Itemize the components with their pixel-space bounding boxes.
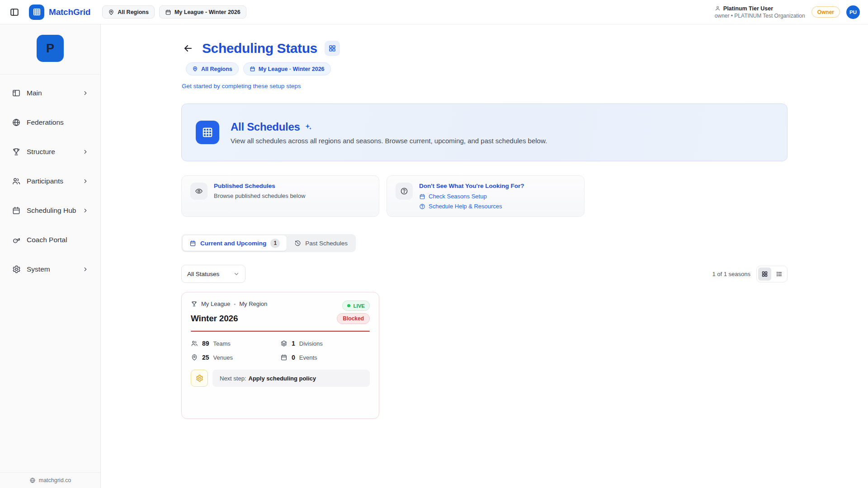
sidebar-item-participants[interactable]: Participants	[7, 172, 93, 191]
banner-title: All Schedules	[231, 121, 300, 133]
calendar-icon	[165, 9, 171, 15]
sidebar-item-structure[interactable]: Structure	[7, 142, 93, 161]
season-chip[interactable]: My League - Winter 2026	[159, 5, 246, 19]
page-context-chips: All Regions My League · Winter 2026	[186, 62, 788, 75]
chevron-right-icon	[82, 178, 89, 184]
stat-value: 25	[202, 354, 209, 361]
calendar-icon	[189, 240, 196, 247]
sidebar-item-federations[interactable]: Federations	[7, 113, 93, 132]
sidebar-item-label: System	[27, 265, 50, 273]
season-chip-label: My League - Winter 2026	[175, 9, 241, 15]
status-filter-value: All Statuses	[187, 271, 219, 277]
help-circle-icon	[396, 183, 413, 200]
published-schedules-link[interactable]: Published Schedules	[214, 183, 305, 189]
grid-view-button[interactable]	[758, 267, 771, 281]
globe-icon	[12, 118, 21, 127]
user-icon	[715, 5, 721, 11]
grid-2x2-icon	[328, 44, 336, 52]
next-step-action[interactable]: Next step: Apply scheduling policy	[212, 370, 370, 387]
calendar-icon	[419, 193, 425, 200]
sidebar-item-scheduling-hub[interactable]: Scheduling Hub	[7, 201, 93, 220]
tab-past-schedules[interactable]: Past Schedules	[288, 235, 354, 251]
page-season-chip[interactable]: My League · Winter 2026	[243, 62, 331, 75]
arrow-left-icon	[183, 43, 193, 54]
region-chip-label: All Regions	[118, 9, 149, 15]
sidebar-item-system[interactable]: System	[7, 260, 93, 279]
trophy-icon	[191, 300, 198, 307]
tab-count-badge: 1	[270, 239, 280, 248]
region-chip[interactable]: All Regions	[102, 5, 155, 19]
sidebar-item-label: Scheduling Hub	[27, 206, 76, 215]
sidebar: P Main Federations	[0, 24, 101, 488]
setup-steps-link[interactable]: Get started by completing these setup st…	[182, 83, 301, 89]
sidebar-item-label: Federations	[27, 118, 64, 127]
users-icon	[191, 340, 198, 347]
status-filter-select[interactable]: All Statuses	[181, 265, 245, 283]
layers-icon	[280, 340, 288, 347]
next-step-prefix: Next step:	[220, 375, 246, 382]
grid-view-title-button[interactable]	[325, 41, 340, 56]
sidebar-item-label: Coach Portal	[27, 236, 67, 244]
schedule-help-link[interactable]: Schedule Help & Resources	[419, 203, 524, 210]
tab-current-and-upcoming[interactable]: Current and Upcoming 1	[183, 235, 287, 251]
user-name: Platinum Tier User	[723, 5, 773, 12]
sidebar-toggle-button[interactable]	[7, 5, 22, 19]
globe-icon	[29, 477, 36, 483]
back-button[interactable]	[181, 42, 195, 55]
season-card-winter-2026[interactable]: My League • My Region LIVE Winter 2026 B…	[181, 292, 379, 419]
main-content: Scheduling Status All Regions	[101, 24, 868, 488]
list-icon	[776, 271, 783, 277]
next-step-action-label: Apply scheduling policy	[249, 375, 316, 382]
sidebar-item-coach-portal[interactable]: Coach Portal	[7, 230, 93, 249]
list-view-button[interactable]	[773, 267, 786, 281]
check-seasons-setup-label: Check Seasons Setup	[429, 193, 487, 200]
season-title: Winter 2026	[191, 314, 238, 324]
matchgrid-grid-icon	[29, 5, 44, 20]
users-icon	[12, 177, 21, 186]
result-count: 1 of 1 seasons	[712, 271, 750, 277]
panel-icon	[12, 89, 21, 98]
avatar[interactable]: PU	[846, 5, 860, 19]
location-pin-icon	[192, 66, 198, 72]
stat-value: 0	[292, 354, 295, 361]
schedule-help-label: Schedule Help & Resources	[429, 203, 502, 210]
published-schedules-card[interactable]: Published Schedules Browse published sch…	[181, 175, 379, 217]
help-card: Don't See What You're Looking For? Check…	[387, 175, 585, 217]
check-seasons-setup-link[interactable]: Check Seasons Setup	[419, 193, 524, 200]
live-badge-label: LIVE	[353, 303, 365, 309]
sidebar-footer-link[interactable]: matchgrid.co	[0, 472, 100, 488]
help-circle-icon	[419, 203, 425, 210]
brand-name: MatchGrid	[49, 7, 90, 17]
panel-toggle-icon	[9, 7, 19, 17]
sidebar-item-label: Participants	[27, 177, 63, 185]
stat-teams: 89 Teams	[191, 340, 280, 347]
org-logo[interactable]: P	[37, 35, 64, 62]
eye-icon	[190, 183, 208, 200]
top-bar: MatchGrid All Regions My League - Winter…	[0, 0, 868, 24]
page-title: Scheduling Status	[202, 41, 317, 56]
season-status-divider	[191, 331, 370, 332]
owner-badge: Owner	[811, 6, 840, 18]
user-menu[interactable]: Platinum Tier User owner • PLATINUM Test…	[715, 5, 805, 19]
stat-value: 1	[292, 340, 295, 347]
stat-label: Divisions	[299, 340, 323, 347]
season-stats: 89 Teams 1 Divisions 25	[191, 340, 370, 361]
chevron-right-icon	[82, 207, 89, 214]
calendar-icon	[280, 354, 288, 361]
chevron-right-icon	[82, 149, 89, 155]
published-schedules-desc: Browse published schedules below	[214, 192, 305, 199]
page-region-chip[interactable]: All Regions	[186, 62, 239, 75]
page-season-chip-label: My League · Winter 2026	[259, 66, 325, 72]
sidebar-item-main[interactable]: Main	[7, 84, 93, 103]
live-badge: LIVE	[342, 300, 370, 311]
calendar-icon	[12, 206, 21, 215]
brand-logo[interactable]: MatchGrid	[29, 5, 90, 20]
season-region: My Region	[239, 300, 267, 307]
stat-venues: 25 Venues	[191, 354, 280, 361]
gear-icon	[12, 265, 21, 274]
stat-label: Events	[299, 354, 317, 361]
season-league: My League	[201, 300, 230, 307]
banner-description: View all schedules across all regions an…	[231, 137, 547, 145]
gear-icon	[191, 370, 208, 387]
view-toggle	[756, 266, 788, 282]
